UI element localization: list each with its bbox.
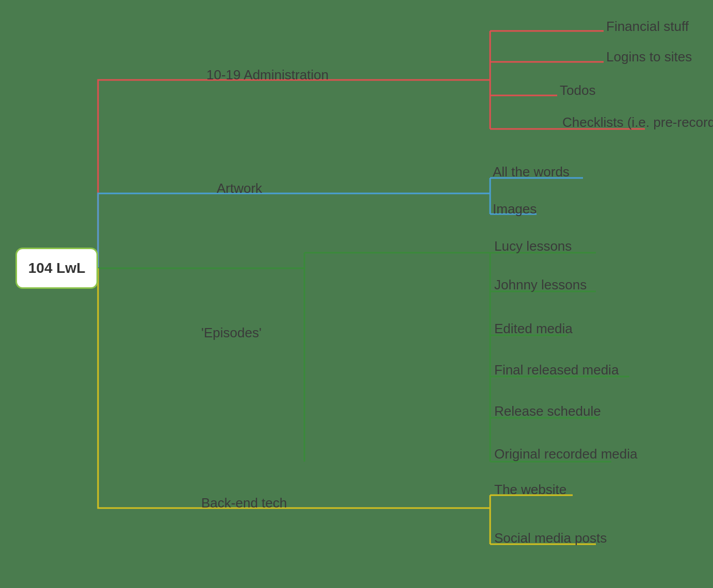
- backendtech-child-0: The website: [494, 482, 566, 498]
- artwork-child-0: All the words: [493, 164, 570, 180]
- root-node: 104 LwL: [15, 248, 98, 289]
- episodes-child-2: Edited media: [494, 321, 573, 337]
- backendtech-child-1: Social media posts: [494, 530, 607, 546]
- diagram-svg: [0, 0, 713, 588]
- admin-child-2: Todos: [560, 83, 595, 99]
- episodes-child-4: Release schedule: [494, 403, 601, 419]
- episodes-child-1: Johnny lessons: [494, 277, 587, 293]
- episodes-child-0: Lucy lessons: [494, 238, 572, 254]
- admin-child-0: Financial stuff: [606, 19, 689, 35]
- episodes-label: 'Episodes': [201, 325, 262, 341]
- admin-label: 10-19 Administration: [206, 67, 329, 83]
- backendtech-label: Back-end tech: [201, 495, 287, 511]
- artwork-label: Artwork: [217, 181, 262, 197]
- artwork-child-1: Images: [493, 201, 537, 217]
- root-label: 104 LwL: [28, 260, 85, 276]
- admin-child-3: Checklists (i.e. pre-record): [562, 115, 713, 130]
- admin-child-1: Logins to sites: [606, 49, 692, 65]
- episodes-child-5: Original recorded media: [494, 446, 637, 462]
- episodes-child-3: Final released media: [494, 362, 619, 378]
